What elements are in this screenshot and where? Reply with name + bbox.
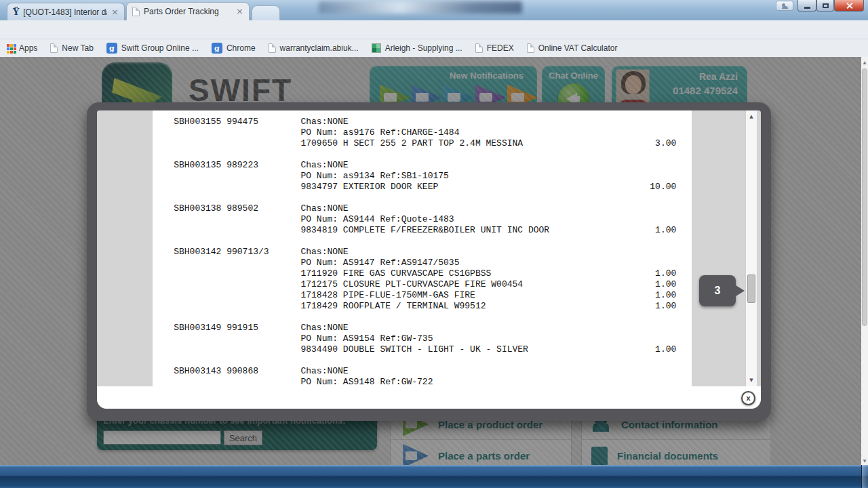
windows-taskbar <box>0 465 868 488</box>
window-close-button[interactable] <box>834 0 864 12</box>
page-scrollbar[interactable]: ▲ ▼ <box>861 57 868 465</box>
bookmarks-bar: Apps New Tab gSwift Group Online ... gCh… <box>0 39 868 57</box>
background-window-blur <box>319 1 522 14</box>
bookmark-chrome[interactable]: gChrome <box>212 43 256 54</box>
modal-close-button[interactable]: x <box>741 391 755 405</box>
jira-favicon-icon: Ÿ <box>13 7 19 17</box>
page-scrollbar-thumb[interactable] <box>862 68 867 326</box>
tab-close-icon[interactable]: × <box>111 9 119 16</box>
bookmark-vat-calculator[interactable]: Online VAT Calculator <box>527 43 618 53</box>
modal-scroll-up-icon[interactable]: ▲ <box>746 111 757 122</box>
modal-footer <box>97 386 761 409</box>
bookmark-apps[interactable]: Apps <box>7 43 37 53</box>
scroll-position-tooltip: 3 <box>699 275 736 306</box>
tab-title: [QUOT-1483] Interior dam <box>23 7 107 17</box>
page-favicon-icon <box>475 43 483 53</box>
google-favicon-icon: g <box>106 43 117 54</box>
close-icon <box>846 2 853 9</box>
bookmark-new-tab[interactable]: New Tab <box>50 43 93 53</box>
arleigh-favicon-icon <box>372 43 381 53</box>
bookmark-warrantyclaim[interactable]: warrantyclaim.abiuk... <box>269 43 359 53</box>
modal-dialog: SBH003155 994475 Chas:NONE PO Num: as917… <box>97 110 761 409</box>
order-tracking-modal: SBH003155 994475 Chas:NONE PO Num: as917… <box>87 102 771 421</box>
tab-close-icon[interactable]: × <box>236 8 243 15</box>
page-favicon-icon <box>269 43 276 53</box>
google-favicon-icon: g <box>212 43 222 54</box>
profile-switcher-button[interactable] <box>776 1 793 11</box>
scroll-down-arrow-icon[interactable]: ▼ <box>861 455 868 465</box>
bookmark-arleigh[interactable]: Arleigh - Supplying ... <box>372 43 462 53</box>
maximize-icon <box>823 3 829 8</box>
page-favicon-icon <box>132 7 140 16</box>
bookmark-fedex[interactable]: FEDEX <box>475 43 514 53</box>
bookmark-swift-group[interactable]: gSwift Group Online ... <box>106 43 199 54</box>
modal-scrollbar-thumb[interactable] <box>747 274 755 303</box>
minimize-icon <box>804 7 810 9</box>
window-maximize-button[interactable] <box>816 0 834 12</box>
tab-title: Parts Order Tracking <box>144 7 232 16</box>
new-tab-button[interactable] <box>252 5 280 20</box>
window-minimize-button[interactable] <box>797 0 816 12</box>
browser-toolbar <box>0 20 868 39</box>
modal-scroll-area: SBH003155 994475 Chas:NONE PO Num: as917… <box>97 110 761 386</box>
scroll-up-arrow-icon[interactable]: ▲ <box>861 57 868 66</box>
show-desktop-button[interactable] <box>861 465 868 488</box>
modal-scroll-down-icon[interactable]: ▼ <box>746 375 757 386</box>
browser-tab-parts-order-tracking[interactable]: Parts Order Tracking × <box>126 2 250 20</box>
parts-order-list: SBH003155 994475 Chas:NONE PO Num: as917… <box>153 110 692 386</box>
browser-tab-quot-1483[interactable]: Ÿ [QUOT-1483] Interior dam × <box>7 3 125 20</box>
apps-grid-icon <box>7 44 9 47</box>
page-favicon-icon <box>527 43 534 53</box>
modal-scrollbar[interactable]: ▲ ▼ <box>745 110 757 386</box>
page-favicon-icon <box>50 43 58 53</box>
